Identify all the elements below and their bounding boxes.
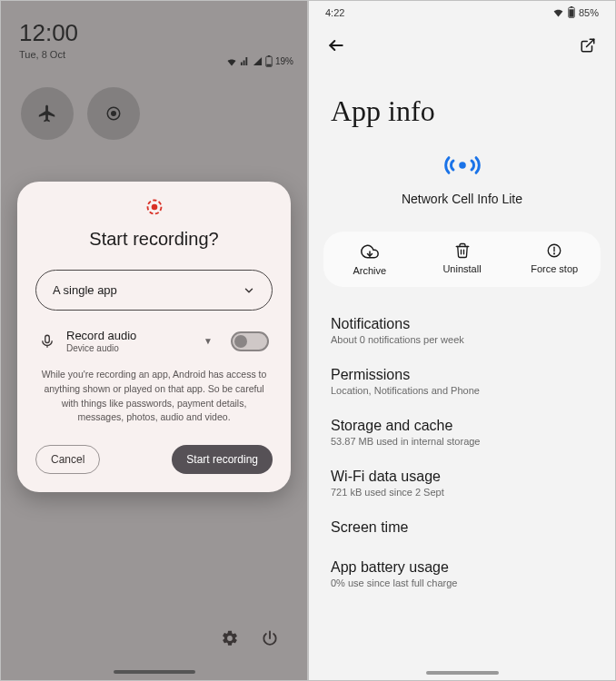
audio-sub: Device audio: [66, 343, 193, 353]
setting-title: Screen time: [331, 519, 593, 536]
date: Tue, 8 Oct: [19, 49, 78, 60]
status-bar: 4:22 85%: [309, 1, 615, 22]
start-recording-dialog: Start recording? A single app Record aud…: [17, 182, 291, 492]
battery-icon: [265, 55, 273, 67]
disclaimer-text: While you're recording an app, Android h…: [35, 368, 273, 425]
audio-label: Record audio: [66, 329, 193, 342]
setting-title: App battery usage: [331, 559, 593, 576]
setting-title: Storage and cache: [331, 418, 593, 434]
record-icon: [35, 198, 273, 216]
dialog-title: Start recording?: [35, 229, 273, 250]
svg-point-3: [112, 112, 116, 116]
bottom-controls: [215, 624, 284, 653]
setting-storage[interactable]: Storage and cache 53.87 MB used in inter…: [331, 407, 593, 458]
svg-point-13: [459, 162, 466, 169]
status-icons: 19%: [226, 55, 293, 67]
app-bar: [309, 22, 615, 64]
screen-right-appinfo: 4:22 85% App info Network Cell Info Lite: [308, 0, 616, 681]
record-audio-row: Record audio Device audio ▼: [35, 329, 273, 353]
setting-sub: 53.87 MB used in internal storage: [331, 436, 593, 447]
dialog-buttons: Cancel Start recording: [35, 445, 273, 474]
signal-icon: [240, 56, 250, 66]
record-scope-dropdown[interactable]: A single app: [35, 270, 273, 311]
setting-sub: 0% use since last full charge: [331, 577, 593, 588]
setting-wifi[interactable]: Wi-Fi data usage 721 kB used since 2 Sep…: [331, 458, 593, 508]
power-icon: [261, 629, 279, 647]
svg-rect-9: [571, 6, 573, 7]
battery-icon: [568, 6, 575, 18]
archive-button[interactable]: Archive: [323, 232, 416, 287]
svg-rect-7: [45, 335, 50, 342]
wifi-icon: [552, 6, 564, 18]
setting-sub: Location, Notifications and Phone: [331, 385, 593, 396]
setting-screen-time[interactable]: Screen time: [331, 508, 593, 548]
svg-point-16: [554, 253, 555, 254]
qs-airplane-tile[interactable]: [21, 87, 74, 140]
app-header: Network Cell Info Lite: [309, 144, 615, 224]
setting-sub: About 0 notifications per week: [331, 334, 593, 345]
airplane-icon: [37, 104, 57, 123]
app-icon: [444, 152, 481, 183]
status-bar: 12:00 Tue, 8 Oct 19%: [19, 19, 293, 67]
wifi-icon: [226, 56, 237, 67]
setting-title: Notifications: [331, 316, 593, 332]
clock: 4:22: [325, 7, 344, 18]
nav-pill[interactable]: [114, 670, 195, 674]
battery-percent: 19%: [275, 56, 293, 66]
setting-sub: 721 kB used since 2 Sept: [331, 487, 593, 498]
start-recording-button[interactable]: Start recording: [172, 445, 273, 474]
force-stop-label: Force stop: [531, 263, 578, 274]
uninstall-button[interactable]: Uninstall: [416, 232, 509, 287]
cancel-button[interactable]: Cancel: [35, 445, 100, 474]
toggle-thumb: [234, 335, 247, 348]
power-button[interactable]: [255, 624, 284, 653]
settings-button[interactable]: [215, 624, 244, 653]
action-row: Archive Uninstall Force stop: [323, 232, 601, 287]
target-icon: [105, 105, 122, 122]
chevron-down-icon: [243, 284, 255, 297]
record-audio-toggle[interactable]: [231, 331, 269, 351]
back-arrow-icon: [327, 36, 345, 54]
signal-icon: [253, 56, 263, 66]
battery-percent: 85%: [579, 7, 599, 18]
nav-pill[interactable]: [426, 671, 499, 675]
setting-permissions[interactable]: Permissions Location, Notifications and …: [331, 356, 593, 407]
svg-line-12: [587, 39, 594, 46]
setting-title: Permissions: [331, 367, 593, 383]
svg-rect-2: [266, 64, 271, 66]
app-name: Network Cell Info Lite: [402, 192, 522, 206]
setting-battery[interactable]: App battery usage 0% use since last full…: [331, 548, 593, 599]
force-stop-button[interactable]: Force stop: [508, 232, 601, 287]
setting-title: Wi-Fi data usage: [331, 469, 593, 485]
archive-label: Archive: [353, 265, 386, 276]
open-external-button[interactable]: [579, 36, 597, 54]
svg-rect-10: [569, 9, 573, 16]
screen-left-quicksettings: 12:00 Tue, 8 Oct 19% Start r: [0, 0, 308, 681]
gear-icon: [221, 629, 239, 647]
alert-icon: [546, 242, 562, 259]
quick-settings-row: [21, 87, 140, 140]
clock: 12:00: [19, 19, 78, 47]
mic-icon: [39, 333, 55, 350]
signal-app-icon: [444, 152, 481, 179]
page-title: App info: [309, 64, 615, 144]
cloud-archive-icon: [361, 242, 379, 261]
back-button[interactable]: [327, 36, 345, 54]
svg-point-6: [151, 204, 157, 211]
qs-location-tile[interactable]: [87, 87, 140, 140]
audio-source-caret-icon[interactable]: ▼: [204, 336, 213, 346]
trash-icon: [454, 242, 471, 259]
setting-notifications[interactable]: Notifications About 0 notifications per …: [331, 305, 593, 356]
dropdown-value: A single app: [53, 283, 117, 297]
open-external-icon: [580, 37, 596, 54]
settings-list: Notifications About 0 notifications per …: [309, 305, 615, 599]
uninstall-label: Uninstall: [442, 263, 481, 274]
svg-rect-1: [268, 55, 271, 56]
